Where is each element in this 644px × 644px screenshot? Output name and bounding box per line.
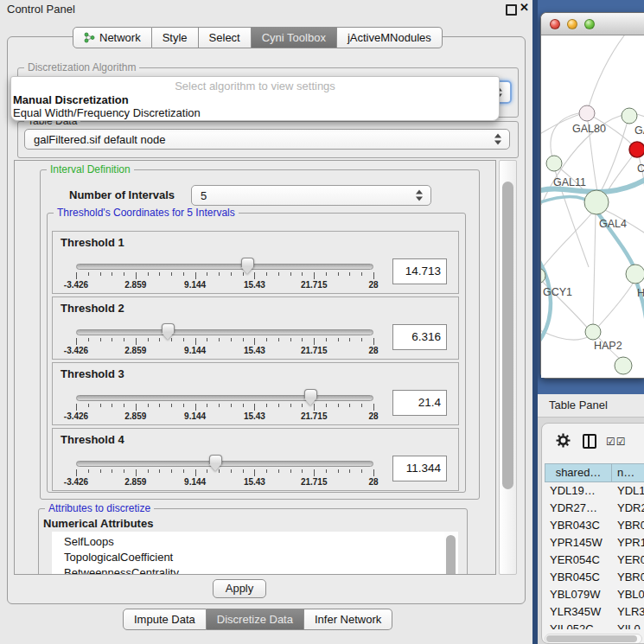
cell: YDL19…: [545, 482, 612, 500]
column-header-name[interactable]: n…: [612, 463, 644, 482]
network-canvas[interactable]: GAL80 GA C GAL11 GAL4 H GCY1 HAP2: [541, 35, 644, 378]
threshold-2-slider[interactable]: -3.4262.8599.14415.4321.71528: [76, 323, 373, 358]
node-bottom-partial[interactable]: [615, 357, 632, 374]
node-gal11[interactable]: [546, 156, 562, 171]
popup-item-equal-width[interactable]: Equal Width/Frequency Discretization: [11, 106, 499, 119]
scrollbar-thumb[interactable]: [502, 182, 513, 489]
slider-thumb[interactable]: [241, 258, 254, 267]
threshold-4-slider[interactable]: -3.4262.8599.14415.4321.71528: [76, 455, 373, 489]
cell: YDL1: [612, 482, 644, 500]
threshold-coordinates-group: Threshold's Coordinates for 5 Intervals …: [47, 213, 466, 493]
node-red-selected[interactable]: [629, 142, 644, 157]
table-header-row: shared… n…: [545, 463, 644, 482]
slider-thumb[interactable]: [209, 455, 222, 464]
label-gal4: GAL4: [599, 218, 627, 230]
threshold-1-slider[interactable]: -3.4262.8599.14415.4321.71528: [76, 258, 373, 292]
bottom-tab-bar: Impute Data Discretize Data Infer Networ…: [123, 609, 392, 630]
threshold-3-slider[interactable]: -3.4262.8599.14415.4321.71528: [76, 389, 373, 424]
network-nodes[interactable]: [541, 105, 644, 374]
table-row[interactable]: YLR345WYLR3: [545, 603, 644, 621]
slider-track[interactable]: [76, 395, 373, 401]
node-hap2[interactable]: [585, 324, 601, 340]
threshold-3-value-field[interactable]: 21.4: [392, 390, 447, 416]
float-window-icon[interactable]: [506, 4, 517, 16]
threshold-2-value-field[interactable]: 6.316: [392, 324, 447, 350]
slider-track[interactable]: [76, 461, 373, 467]
threshold-3-label: Threshold 3: [61, 367, 124, 380]
table-data-combo[interactable]: galFiltered.sif default node: [24, 129, 510, 150]
tab-jactivemnodules[interactable]: jActiveMNodules: [337, 27, 443, 48]
tab-style[interactable]: Style: [152, 27, 199, 48]
scrollbar-thumb[interactable]: [546, 635, 637, 642]
combo-arrows-icon: [494, 134, 502, 145]
threshold-1-value-field[interactable]: 14.713: [392, 258, 447, 284]
number-of-intervals-label: Number of Intervals: [69, 188, 175, 201]
table-row[interactable]: YDL19…YDL1: [545, 482, 644, 500]
tab-infer-network[interactable]: Infer Network: [304, 609, 392, 630]
attributes-list-scrollbar[interactable]: [444, 532, 458, 575]
threshold-4-value-field[interactable]: 11.344: [392, 456, 447, 481]
tab-cyni-toolbox-label: Cyni Toolbox: [262, 28, 326, 48]
cell: YER054C: [545, 552, 612, 569]
table-row[interactable]: YBR043CYBR0: [545, 517, 644, 534]
table-row[interactable]: YPR145WYPR1: [545, 534, 644, 552]
slider-tick-labels: -3.4262.8599.14415.4321.71528: [76, 411, 373, 422]
close-traffic-light-icon[interactable]: [550, 19, 560, 29]
network-window[interactable]: GAL80 GA C GAL11 GAL4 H GCY1 HAP2: [540, 12, 644, 379]
tab-discretize-data[interactable]: Discretize Data: [207, 609, 304, 630]
node-top-right[interactable]: [622, 108, 637, 124]
threshold-2-label: Threshold 2: [61, 302, 124, 315]
network-window-titlebar[interactable]: [541, 13, 644, 35]
tab-discretize-data-label: Discretize Data: [217, 609, 293, 629]
tab-network[interactable]: Network: [73, 27, 152, 48]
table-row[interactable]: YIL052CYIL0: [545, 621, 644, 629]
table-row[interactable]: YBL079WYBL0: [545, 586, 644, 603]
slider-track[interactable]: [76, 264, 373, 270]
label-gcy1: GCY1: [543, 286, 572, 298]
cell: YIL0: [612, 621, 644, 629]
table-row[interactable]: YBR045CYBR0: [545, 569, 644, 586]
numerical-attributes-list[interactable]: SelfLoops TopologicalCoefficient Between…: [52, 532, 444, 575]
column-header-shared[interactable]: shared…: [545, 463, 612, 482]
popup-item-manual-discretization[interactable]: Manual Discretization: [11, 93, 499, 106]
list-item[interactable]: SelfLoops: [52, 532, 444, 550]
apply-button[interactable]: Apply: [213, 579, 266, 598]
cell: YDR27…: [545, 500, 612, 517]
cell: YBR0: [612, 569, 644, 586]
list-item[interactable]: BetweennessCentrality: [52, 565, 444, 575]
cell: YBL079W: [545, 586, 612, 603]
gear-icon[interactable]: [556, 433, 571, 448]
number-of-intervals-combo[interactable]: 5: [191, 185, 431, 206]
table-horizontal-scrollbar[interactable]: [545, 634, 642, 644]
slider-thumb[interactable]: [304, 389, 317, 399]
slider-ticks: [76, 469, 373, 477]
interval-definition-group: Interval Definition Number of Intervals …: [40, 169, 480, 500]
tab-select[interactable]: Select: [199, 27, 252, 48]
slider-thumb[interactable]: [162, 323, 175, 333]
tab-impute-data[interactable]: Impute Data: [123, 609, 207, 630]
threshold-1-panel: Threshold 1 -3.4262.8599.14415.4321.7152…: [52, 231, 459, 294]
slider-tick-labels: -3.4262.8599.14415.4321.71528: [76, 280, 373, 290]
table-panel-title: Table Panel: [538, 394, 644, 418]
table-row[interactable]: YER054CYER0: [545, 552, 644, 569]
settings-scrollbar[interactable]: [499, 160, 517, 575]
threshold-2-panel: Threshold 2 -3.4262.8599.14415.4321.7152…: [52, 296, 459, 360]
table-row[interactable]: YDR27…YDR2: [545, 500, 644, 517]
cell: YER0: [612, 552, 644, 569]
label-gal80: GAL80: [572, 123, 606, 135]
column-checkboxes-icon[interactable]: ☑☑: [606, 436, 627, 448]
list-item[interactable]: TopologicalCoefficient: [52, 550, 444, 565]
tab-cyni-toolbox[interactable]: Cyni Toolbox: [252, 27, 337, 48]
close-icon[interactable]: ✕: [520, 1, 529, 14]
number-of-intervals-value: 5: [201, 189, 207, 202]
minimize-traffic-light-icon[interactable]: [567, 19, 577, 29]
split-table-icon[interactable]: [583, 434, 596, 449]
zoom-traffic-light-icon[interactable]: [584, 19, 595, 29]
tab-jactivemnodules-label: jActiveMNodules: [348, 28, 431, 48]
slider-track[interactable]: [76, 329, 373, 335]
discretization-algorithm-group-title: Discretization Algorithm: [24, 61, 139, 74]
node-right[interactable]: [626, 265, 644, 284]
scrollbar-thumb[interactable]: [446, 535, 456, 575]
node-gal80[interactable]: [579, 105, 595, 121]
node-gal4[interactable]: [584, 190, 609, 214]
